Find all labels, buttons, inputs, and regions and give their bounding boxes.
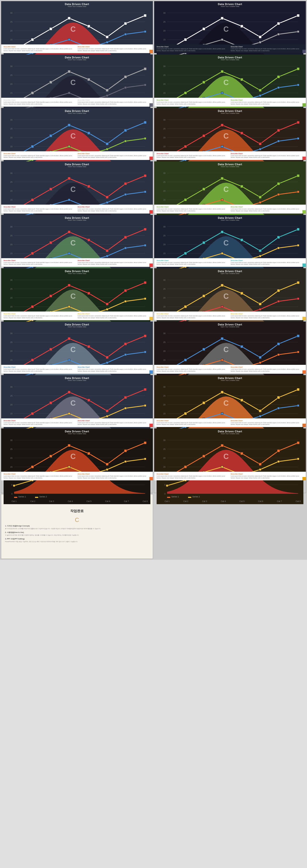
- svg-text:30: 30: [163, 12, 166, 14]
- chart-area-11: Data Driven ChartInsert Your Creative Id…: [1, 268, 153, 311]
- svg-rect-284: [88, 185, 90, 188]
- svg-rect-117: [106, 95, 108, 97]
- desc-title: Describe Chart: [157, 366, 229, 368]
- chart-subtitle: Insert Your Creative Idea: [4, 166, 150, 167]
- chart-subtitle: Insert Your Creative Idea: [4, 379, 150, 381]
- svg-text:20: 20: [10, 457, 12, 459]
- svg-text:15: 15: [10, 306, 12, 308]
- desc-left: Describe ChartLorem ipsum dolor sit amet…: [4, 260, 76, 266]
- desc-title: Describe Chart: [78, 206, 150, 208]
- desc-title: Describe Chart: [78, 366, 150, 368]
- accent-bar: [302, 50, 306, 53]
- desc-text: Lorem ipsum dolor sit amet, consectetur …: [4, 101, 76, 105]
- svg-rect-766: [202, 455, 205, 458]
- desc-area: Describe ChartLorem ipsum dolor sit amet…: [154, 258, 306, 267]
- svg-text:C: C: [70, 185, 76, 193]
- svg-rect-558: [125, 354, 127, 356]
- svg-rect-590: [202, 348, 205, 351]
- desc-title: Describe Chart: [4, 99, 76, 101]
- svg-rect-159: [221, 92, 223, 94]
- svg-rect-458: [49, 295, 52, 297]
- svg-rect-775: [221, 466, 223, 468]
- chart-title: Data Driven Chart: [157, 430, 303, 433]
- desc-text: Lorem ipsum dolor sit amet, consectetur …: [157, 315, 229, 319]
- chart-title: Data Driven Chart: [157, 323, 303, 326]
- desc-left: Describe ChartLorem ipsum dolor sit amet…: [157, 260, 229, 266]
- svg-text:Series 1: Series 1: [171, 495, 179, 498]
- slide-7: Data Driven ChartInsert Your Creative Id…: [1, 161, 153, 214]
- svg-text:Cat 8: Cat 8: [296, 500, 301, 502]
- desc-right: Describe ChartLorem ipsum dolor sit amet…: [78, 260, 150, 266]
- desc-left: Describe ChartLorem ipsum dolor sit amet…: [157, 206, 229, 212]
- svg-rect-249: [259, 148, 261, 150]
- chart-subtitle: Open Your Creative Idea!: [157, 326, 303, 328]
- svg-text:30: 30: [163, 65, 166, 67]
- svg-text:15: 15: [163, 466, 166, 468]
- svg-text:Cat 5: Cat 5: [87, 500, 92, 502]
- svg-rect-149: [184, 92, 187, 94]
- svg-rect-790: [188, 497, 191, 498]
- chart-area-9: Data Driven ChartInsert Your Creative Id…: [1, 215, 153, 258]
- chart-area-10: Data Driven ChartInsert Your Creative Id…: [154, 215, 306, 258]
- svg-text:20: 20: [10, 136, 12, 139]
- slide-13: Data Driven ChartInsert Your Creative Id…: [1, 321, 153, 374]
- accent-bar: [302, 477, 306, 480]
- completion-icon: C: [5, 517, 149, 523]
- svg-rect-735: [144, 458, 146, 460]
- svg-text:30: 30: [10, 279, 12, 281]
- svg-rect-503: [221, 284, 224, 286]
- svg-rect-505: [259, 303, 262, 305]
- svg-rect-17: [31, 38, 34, 41]
- svg-rect-281: [31, 198, 34, 201]
- desc-left: Describe ChartLorem ipsum dolor sit amet…: [4, 473, 76, 479]
- svg-text:25: 25: [163, 234, 166, 237]
- svg-rect-338: [277, 193, 280, 195]
- svg-rect-29: [106, 41, 108, 43]
- svg-text:30: 30: [10, 119, 12, 121]
- svg-text:30: 30: [10, 332, 12, 335]
- desc-title: Describe Chart: [157, 46, 229, 48]
- accent-bar: [302, 264, 306, 267]
- svg-rect-370: [49, 241, 52, 244]
- completion-title: 작업완료: [5, 509, 149, 513]
- chart-subtitle: Insert Your Creative Idea: [4, 59, 150, 61]
- svg-text:C: C: [70, 78, 76, 87]
- svg-text:25: 25: [10, 21, 12, 23]
- svg-text:25: 25: [163, 341, 166, 343]
- desc-left: Describe ChartLorem ipsum dolor sit amet…: [4, 313, 76, 319]
- svg-rect-546: [49, 348, 52, 351]
- desc-area: Describe ChartLorem ipsum dolor sit amet…: [154, 44, 306, 53]
- svg-rect-767: [221, 444, 224, 447]
- section-label: 2. 사용방법(How to Use): [5, 531, 149, 534]
- desc-left: Describe ChartLorem ipsum dolor sit amet…: [4, 99, 76, 105]
- svg-text:Series 2: Series 2: [192, 495, 200, 498]
- accent-bar: [302, 157, 306, 160]
- svg-rect-291: [68, 199, 70, 201]
- svg-text:25: 25: [163, 288, 166, 290]
- desc-text: Lorem ipsum dolor sit amet, consectetur …: [231, 315, 303, 319]
- svg-text:C: C: [70, 292, 76, 300]
- svg-rect-502: [202, 295, 205, 297]
- svg-text:5: 5: [11, 484, 12, 486]
- desc-text: Lorem ipsum dolor sit amet, consectetur …: [157, 155, 229, 158]
- svg-rect-548: [88, 345, 90, 348]
- slides-grid: Data Driven ChartInsert Your Creative Id…: [0, 0, 307, 560]
- desc-title: Describe Chart: [231, 473, 303, 475]
- svg-rect-153: [259, 89, 262, 92]
- svg-text:Cat 5: Cat 5: [240, 500, 245, 502]
- section-label: 3. PPT 수정(PPT Editing): [5, 538, 149, 540]
- accent-bar: [149, 370, 153, 374]
- desc-right: Describe ChartLorem ipsum dolor sit amet…: [231, 260, 303, 266]
- chart-svg-container: 302520151050CCat 1Cat 2Cat 3Cat 4Cat 5Ca…: [4, 435, 150, 505]
- desc-right: Describe ChartLorem ipsum dolor sit amet…: [78, 366, 150, 372]
- svg-rect-603: [297, 351, 299, 353]
- svg-text:15: 15: [163, 412, 166, 415]
- svg-rect-772: [166, 485, 168, 487]
- desc-right: Describe ChartLorem ipsum dolor sit amet…: [78, 153, 150, 158]
- desc-area: Describe ChartLorem ipsum dolor sit amet…: [1, 205, 153, 213]
- svg-text:Cat 6: Cat 6: [105, 500, 110, 502]
- desc-right: Describe ChartLorem ipsum dolor sit amet…: [231, 206, 303, 212]
- svg-text:C: C: [224, 399, 229, 407]
- svg-text:Cat 7: Cat 7: [277, 500, 282, 502]
- section-text: 각 슬라이드의 차트 데이터를 수정하여 원하는 정보를 시각화할 수 있습니다…: [5, 534, 149, 536]
